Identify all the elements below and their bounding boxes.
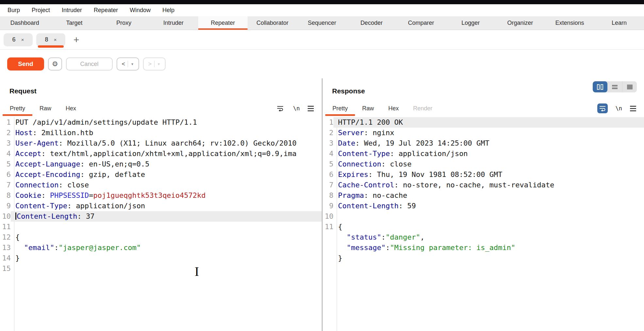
response-view-tabs: Pretty Raw Hex Render \n bbox=[325, 101, 644, 116]
line-number: 9 bbox=[0, 201, 11, 211]
message-editor-split-view: Request Pretty Raw Hex \n 1PUT /api/v1/a… bbox=[0, 78, 644, 331]
layout-single-button[interactable] bbox=[622, 81, 637, 92]
code-line-text bbox=[11, 222, 322, 232]
main-tab-comparer[interactable]: Comparer bbox=[396, 16, 446, 30]
main-tab-decoder[interactable]: Decoder bbox=[347, 16, 396, 30]
request-code-editor[interactable]: 1PUT /api/v1/admin/settings/update HTTP/… bbox=[0, 117, 322, 331]
line-number: 6 bbox=[323, 169, 333, 180]
cancel-button[interactable]: Cancel bbox=[66, 57, 113, 71]
menu-item-intruder[interactable]: Intruder bbox=[62, 7, 82, 14]
response-tab-hex[interactable]: Hex bbox=[381, 101, 406, 116]
show-newlines-icon[interactable]: \n bbox=[616, 105, 622, 112]
code-line-text: Server: nginx bbox=[333, 128, 644, 138]
line-number: 12 bbox=[0, 232, 11, 243]
request-panel-title: Request bbox=[9, 87, 322, 95]
code-line-text: Date: Wed, 19 Jul 2023 14:25:00 GMT bbox=[333, 138, 644, 149]
main-tab-intruder[interactable]: Intruder bbox=[149, 16, 198, 30]
code-line: 1HTTP/1.1 200 OK bbox=[323, 117, 644, 128]
main-tab-organizer[interactable]: Organizer bbox=[495, 16, 545, 30]
columns-icon bbox=[597, 84, 603, 90]
line-number: 2 bbox=[0, 128, 11, 138]
main-tab-sequencer[interactable]: Sequencer bbox=[297, 16, 347, 30]
code-line-text: { bbox=[333, 222, 644, 232]
wrap-lines-icon[interactable] bbox=[597, 103, 608, 113]
response-panel: Response Pretty Raw Hex Render \n 1HTTP/… bbox=[323, 78, 644, 331]
main-tab-learn[interactable]: Learn bbox=[594, 16, 644, 30]
line-number: 7 bbox=[323, 180, 333, 190]
send-button[interactable]: Send bbox=[7, 57, 44, 71]
history-back-button[interactable]: < ▼ bbox=[117, 57, 139, 71]
main-tab-extensions[interactable]: Extensions bbox=[545, 16, 595, 30]
main-tab-target[interactable]: Target bbox=[50, 16, 99, 30]
code-line: 4Content-Type: application/json bbox=[323, 149, 644, 159]
menu-item-repeater[interactable]: Repeater bbox=[94, 7, 118, 14]
request-tab-pretty[interactable]: Pretty bbox=[3, 101, 32, 116]
wrap-lines-icon[interactable] bbox=[275, 103, 285, 113]
menu-item-help[interactable]: Help bbox=[162, 7, 174, 14]
code-line-text: Accept: text/html,application/xhtml+xml,… bbox=[11, 149, 322, 159]
settings-gear-button[interactable]: ⚙ bbox=[48, 57, 62, 71]
code-line: 7Connection: close bbox=[0, 180, 322, 190]
menu-item-project[interactable]: Project bbox=[32, 7, 50, 14]
code-line: 12{ bbox=[0, 232, 322, 243]
line-number: 1 bbox=[323, 117, 333, 128]
session-tab-8[interactable]: 8 × bbox=[36, 33, 65, 46]
code-line-text: Connection: close bbox=[333, 159, 644, 169]
code-line-text: Connection: close bbox=[11, 180, 322, 190]
layout-side-by-side-button[interactable] bbox=[593, 81, 607, 92]
line-number: 4 bbox=[323, 149, 333, 159]
code-line: 9Content-Type: application/json bbox=[0, 201, 322, 211]
code-line: 5Connection: close bbox=[323, 159, 644, 169]
request-tab-hex[interactable]: Hex bbox=[58, 101, 83, 116]
main-tab-logger[interactable]: Logger bbox=[446, 16, 495, 30]
menu-item-window[interactable]: Window bbox=[130, 7, 151, 14]
menu-hamburger-icon[interactable] bbox=[630, 106, 636, 111]
layout-stacked-button[interactable] bbox=[607, 81, 622, 92]
code-line-text: Content-Length: 37 bbox=[11, 211, 322, 222]
dropdown-caret-icon[interactable]: ▼ bbox=[131, 62, 134, 66]
code-line-text bbox=[11, 263, 322, 274]
new-tab-button[interactable]: + bbox=[73, 35, 79, 45]
response-tab-render[interactable]: Render bbox=[406, 101, 440, 116]
repeater-toolbar: Send ⚙ Cancel < ▼ > ▼ bbox=[0, 50, 644, 78]
close-icon[interactable]: × bbox=[21, 37, 24, 42]
main-tab-proxy[interactable]: Proxy bbox=[99, 16, 149, 30]
line-number: 8 bbox=[0, 190, 11, 201]
code-line-text: Content-Type: application/json bbox=[333, 149, 644, 159]
main-tab-repeater[interactable]: Repeater bbox=[198, 16, 248, 30]
session-tab-6[interactable]: 6 × bbox=[4, 33, 33, 46]
line-number: 2 bbox=[323, 128, 333, 138]
menu-item-burp[interactable]: Burp bbox=[8, 7, 20, 14]
code-line: 6Accept-Encoding: gzip, deflate bbox=[0, 169, 322, 180]
code-line: 5Accept-Language: en-US,en;q=0.5 bbox=[0, 159, 322, 169]
response-tab-pretty[interactable]: Pretty bbox=[325, 101, 355, 116]
code-line: 3User-Agent: Mozilla/5.0 (X11; Linux aar… bbox=[0, 138, 322, 149]
response-tab-raw[interactable]: Raw bbox=[355, 101, 381, 116]
main-tab-dashboard[interactable]: Dashboard bbox=[0, 16, 50, 30]
code-line: 14} bbox=[0, 253, 322, 263]
menu-hamburger-icon[interactable] bbox=[308, 106, 314, 111]
request-tab-raw[interactable]: Raw bbox=[32, 101, 58, 116]
line-number: 14 bbox=[0, 253, 11, 263]
code-line-text: Accept-Language: en-US,en;q=0.5 bbox=[11, 159, 322, 169]
code-line-text: } bbox=[11, 253, 322, 263]
window-titlebar bbox=[0, 0, 644, 4]
code-line: 11{ bbox=[323, 222, 644, 232]
button-divider bbox=[154, 61, 154, 67]
history-forward-button[interactable]: > ▼ bbox=[143, 57, 166, 71]
rows-icon bbox=[612, 85, 618, 89]
main-tab-collaborator[interactable]: Collaborator bbox=[248, 16, 297, 30]
code-line-text: Content-Type: application/json bbox=[11, 201, 322, 211]
code-line: 10 bbox=[323, 211, 644, 222]
code-line: 11 bbox=[0, 222, 322, 232]
request-editor-icons: \n bbox=[275, 101, 322, 116]
repeater-session-tab-bar: 6 × 8 × + bbox=[0, 30, 644, 50]
code-line: 7Cache-Control: no-store, no-cache, must… bbox=[323, 180, 644, 190]
code-line-text: Accept-Encoding: gzip, deflate bbox=[11, 169, 322, 180]
response-code-viewer[interactable]: 1HTTP/1.1 200 OK2Server: nginx3Date: Wed… bbox=[323, 117, 644, 331]
close-icon[interactable]: × bbox=[54, 37, 57, 42]
line-number: 6 bbox=[0, 169, 11, 180]
dropdown-caret-icon[interactable]: ▼ bbox=[157, 62, 160, 66]
code-line-text: Content-Length: 59 bbox=[333, 201, 644, 211]
show-newlines-icon[interactable]: \n bbox=[293, 105, 300, 112]
